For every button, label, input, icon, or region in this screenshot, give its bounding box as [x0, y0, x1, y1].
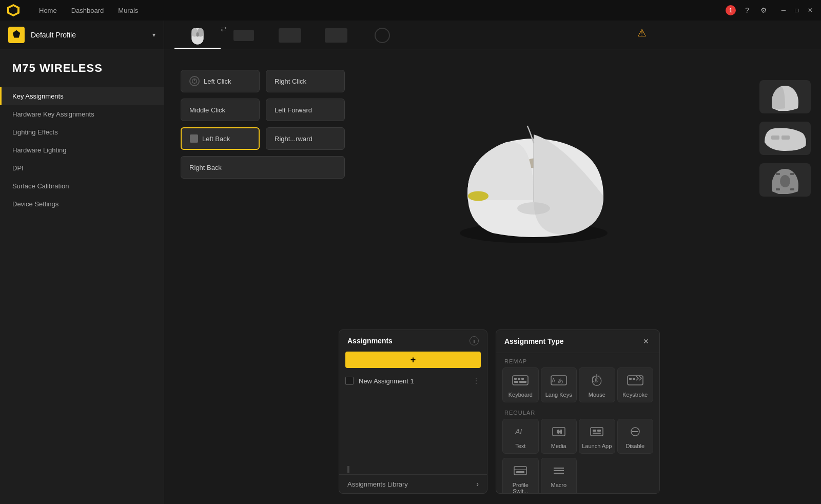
sidebar-item-key-assignments[interactable]: Key Assignments: [0, 87, 164, 105]
assignments-info-icon[interactable]: i: [470, 336, 479, 345]
page-title: M75 WIRELESS: [0, 62, 164, 87]
assignments-header: Assignments i: [339, 330, 487, 352]
nav-dashboard[interactable]: Dashboard: [65, 5, 110, 16]
library-arrow-icon: ›: [476, 480, 479, 488]
svg-rect-50: [516, 471, 524, 473]
assignment-menu-icon[interactable]: ⋮: [472, 376, 481, 385]
svg-rect-43: [593, 430, 596, 432]
minimize-button[interactable]: ─: [779, 6, 788, 15]
svg-rect-21: [514, 378, 517, 380]
type-keystroke[interactable]: Keystroke: [617, 367, 654, 402]
notification-icon[interactable]: 1: [726, 5, 736, 15]
device-tab-4[interactable]: [313, 23, 359, 49]
nav-home[interactable]: Home: [33, 5, 63, 16]
sidebar-item-device-settings[interactable]: Device Settings: [0, 195, 164, 213]
device-tab-3[interactable]: [267, 23, 313, 49]
assignments-library[interactable]: Assignments Library ›: [339, 474, 487, 493]
btn-right-back[interactable]: Right Back: [181, 156, 345, 179]
type-lang-keys[interactable]: A あ Lang Keys: [541, 367, 577, 402]
sidebar-label: DPI: [12, 164, 24, 172]
profile-bar[interactable]: Default Profile ▾: [0, 21, 164, 49]
mouse-left-view[interactable]: [759, 122, 811, 155]
regular-label: REGULAR: [496, 404, 659, 419]
regular-type-grid: AI Text: [496, 419, 659, 456]
sidebar-item-lighting[interactable]: Lighting Effects: [0, 123, 164, 141]
type-label: Lang Keys: [545, 392, 572, 398]
left-click-icon: [189, 76, 200, 86]
device-tab-mouse[interactable]: [174, 23, 221, 49]
svg-rect-40: [558, 430, 559, 434]
svg-marker-2: [13, 30, 21, 37]
cursor-indicator: ▌: [339, 464, 487, 474]
mouse-top-view[interactable]: [759, 80, 811, 113]
type-label: Macro: [551, 482, 566, 488]
type-text[interactable]: AI Text: [502, 419, 539, 454]
type-launch-app[interactable]: Launch App: [579, 419, 615, 454]
lang-keys-icon: A あ: [550, 372, 568, 389]
svg-rect-24: [514, 381, 518, 383]
left-back-icon: [190, 134, 198, 143]
window-controls: ─ □ ✕: [779, 6, 815, 15]
sidebar-label: Lighting Effects: [12, 128, 58, 136]
atype-header: Assignment Type ✕: [496, 330, 659, 353]
svg-rect-36: [633, 378, 635, 380]
device-tab-2[interactable]: [221, 23, 267, 49]
svg-rect-48: [514, 467, 526, 475]
mouse-tab-icon: [187, 28, 208, 43]
sidebar-label: Hardware Lighting: [12, 146, 67, 154]
library-label: Assignments Library: [347, 480, 408, 488]
titlebar: Home Dashboard Murals 1 ? ⚙ ─ □ ✕: [0, 0, 821, 21]
device-tab-5[interactable]: [359, 23, 405, 49]
btn-left-back[interactable]: Left Back: [181, 127, 260, 150]
close-atype-button[interactable]: ✕: [641, 336, 651, 346]
type-label: Keyboard: [509, 392, 533, 398]
settings-icon[interactable]: ⚙: [758, 5, 769, 15]
sidebar-label: Surface Calibration: [12, 182, 69, 190]
sidebar-item-hardware-key[interactable]: Hardware Key Assignments: [0, 105, 164, 123]
content-area: Left Click Right Click Middle Click Left…: [164, 49, 821, 504]
svg-rect-14: [781, 135, 790, 140]
svg-point-12: [517, 202, 550, 215]
extra-type-grid: Profile Swit... Macro: [496, 458, 659, 494]
maximize-button[interactable]: □: [792, 6, 802, 15]
type-mouse[interactable]: Mouse: [579, 367, 615, 402]
btn-label: Right Click: [275, 77, 306, 85]
svg-rect-19: [790, 188, 794, 190]
assignment-type-panel: Assignment Type ✕ REMAP: [496, 329, 660, 494]
assignments-title: Assignments: [347, 337, 393, 345]
sidebar-item-hardware-lighting[interactable]: Hardware Lighting: [0, 141, 164, 159]
svg-text:A: A: [552, 377, 556, 383]
btn-middle-click[interactable]: Middle Click: [181, 99, 260, 121]
add-assignment-button[interactable]: +: [345, 352, 481, 368]
btn-left-click[interactable]: Left Click: [181, 70, 260, 92]
type-keyboard[interactable]: Keyboard: [502, 367, 539, 402]
nav-murals[interactable]: Murals: [112, 5, 144, 16]
btn-right-click[interactable]: Right Click: [266, 70, 345, 92]
btn-right-forward[interactable]: Right...rward: [266, 127, 345, 150]
mouse-button-grid: Left Click Right Click Middle Click Left…: [181, 70, 345, 179]
type-disable[interactable]: Disable: [617, 419, 654, 454]
svg-rect-44: [597, 430, 601, 432]
sidebar-item-surface[interactable]: Surface Calibration: [0, 177, 164, 195]
help-icon[interactable]: ?: [742, 5, 752, 15]
btn-left-forward[interactable]: Left Forward: [266, 99, 345, 121]
type-profile-switch[interactable]: Profile Swit...: [502, 458, 539, 494]
macro-icon: [550, 462, 568, 479]
btn-label: Left Back: [202, 135, 230, 143]
assignments-panel: Assignments i + New Assignment 1 ⋮ ▌ Ass…: [339, 329, 487, 494]
launch-app-icon: [588, 423, 606, 440]
media-icon: [550, 423, 568, 440]
svg-point-11: [468, 191, 488, 201]
sidebar-item-dpi[interactable]: DPI: [0, 159, 164, 177]
profile-switch-icon: [511, 462, 530, 479]
close-button[interactable]: ✕: [806, 6, 815, 15]
sidebar-label: Device Settings: [12, 200, 58, 208]
mouse-bottom-view[interactable]: [759, 163, 811, 197]
type-macro[interactable]: Macro: [541, 458, 577, 494]
btn-label: Middle Click: [189, 106, 225, 114]
svg-rect-20: [513, 376, 528, 385]
assignment-checkbox[interactable]: [345, 377, 354, 385]
assignment-item[interactable]: New Assignment 1 ⋮: [339, 372, 487, 390]
type-label: Mouse: [589, 392, 605, 398]
type-media[interactable]: Media: [541, 419, 577, 454]
